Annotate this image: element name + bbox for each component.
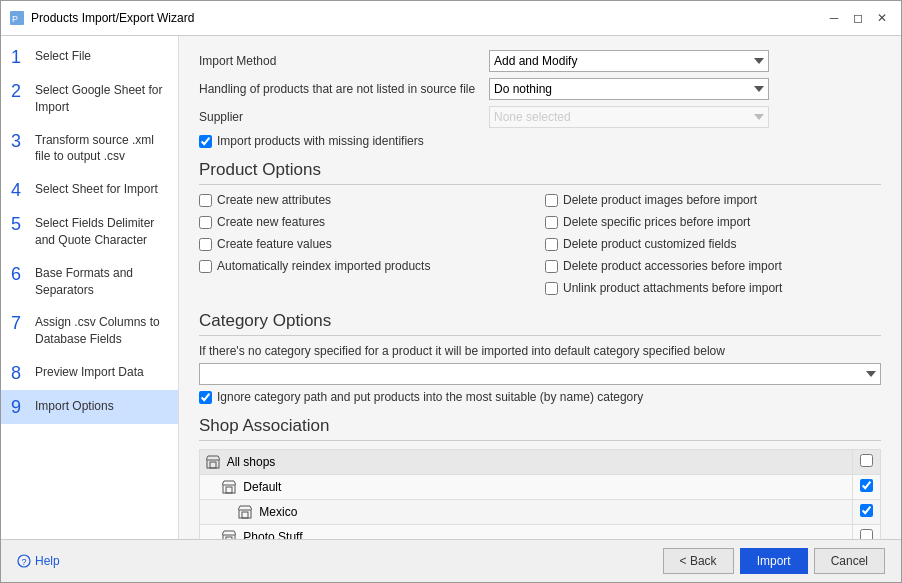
svg-text:P: P [12, 14, 18, 24]
handling-dropdown[interactable]: Do nothing [489, 78, 769, 100]
sidebar-num-8: 8 [11, 364, 27, 382]
supplier-row: Supplier None selected [199, 106, 881, 128]
svg-rect-5 [226, 487, 232, 493]
help-label: Help [35, 554, 60, 568]
window-title: Products Import/Export Wizard [31, 11, 194, 25]
shop-default-checkbox-cell [853, 475, 881, 500]
minimize-button[interactable]: ─ [823, 7, 845, 29]
ignore-category-label: Ignore category path and put products in… [217, 390, 643, 404]
import-missing-row: Import products with missing identifiers [199, 134, 881, 148]
shop-photo-stuff-checkbox-cell [853, 525, 881, 540]
sidebar-item-google-sheet[interactable]: 2 Select Google Sheet for Import [1, 74, 178, 124]
svg-rect-7 [242, 512, 248, 518]
opt-delete-prices: Delete specific prices before import [545, 215, 881, 229]
import-method-label: Import Method [199, 54, 489, 68]
opt-delete-accessories: Delete product accessories before import [545, 259, 881, 273]
delete-accessories-checkbox[interactable] [545, 260, 558, 273]
sidebar-item-import-options[interactable]: 9 Import Options [1, 390, 178, 424]
import-missing-checkbox[interactable] [199, 135, 212, 148]
handling-control: Do nothing [489, 78, 769, 100]
shop-photo-stuff-name: Photo Stuff [200, 525, 853, 540]
create-attributes-label: Create new attributes [217, 193, 331, 207]
shop-mexico-checkbox-cell [853, 500, 881, 525]
main-window: P Products Import/Export Wizard ─ ◻ ✕ 1 … [0, 0, 902, 583]
ignore-category-checkbox[interactable] [199, 391, 212, 404]
sidebar-item-select-file[interactable]: 1 Select File [1, 40, 178, 74]
category-note: If there's no category specified for a p… [199, 344, 881, 358]
opt-delete-images: Delete product images before import [545, 193, 881, 207]
delete-customized-checkbox[interactable] [545, 238, 558, 251]
sidebar-item-formats[interactable]: 6 Base Formats and Separators [1, 257, 178, 307]
supplier-dropdown[interactable]: None selected [489, 106, 769, 128]
delete-images-checkbox[interactable] [545, 194, 558, 207]
create-attributes-checkbox[interactable] [199, 194, 212, 207]
store-icon-default [222, 480, 236, 494]
sidebar-item-select-sheet[interactable]: 4 Select Sheet for Import [1, 173, 178, 207]
create-feature-values-label: Create feature values [217, 237, 332, 251]
sidebar-num-6: 6 [11, 265, 27, 283]
handling-row: Handling of products that are not listed… [199, 78, 881, 100]
sidebar-label-6: Base Formats and Separators [35, 265, 168, 299]
auto-reindex-checkbox[interactable] [199, 260, 212, 273]
delete-accessories-label: Delete product accessories before import [563, 259, 782, 273]
sidebar-num-9: 9 [11, 398, 27, 416]
import-missing-label: Import products with missing identifiers [217, 134, 424, 148]
sidebar-label-7: Assign .csv Columns to Database Fields [35, 314, 168, 348]
back-button[interactable]: < Back [663, 548, 734, 574]
sidebar-item-preview[interactable]: 8 Preview Import Data [1, 356, 178, 390]
sidebar-label-8: Preview Import Data [35, 364, 144, 381]
shop-default-checkbox[interactable] [860, 479, 873, 492]
product-options-left: Create new attributes Create new feature… [199, 193, 535, 299]
opt-unlink-attachments: Unlink product attachments before import [545, 281, 881, 295]
sidebar-item-transform[interactable]: 3 Transform source .xml file to output .… [1, 124, 178, 174]
maximize-button[interactable]: ◻ [847, 7, 869, 29]
svg-rect-6 [239, 510, 251, 518]
supplier-label: Supplier [199, 110, 489, 124]
create-features-checkbox[interactable] [199, 216, 212, 229]
unlink-attachments-checkbox[interactable] [545, 282, 558, 295]
shop-table: All shops Defaul [199, 449, 881, 539]
footer: ? Help < Back Import Cancel [1, 539, 901, 582]
help-link[interactable]: ? Help [17, 554, 60, 568]
svg-rect-4 [223, 485, 235, 493]
sidebar-label-3: Transform source .xml file to output .cs… [35, 132, 168, 166]
sidebar-label-1: Select File [35, 48, 91, 65]
shop-mexico-checkbox[interactable] [860, 504, 873, 517]
sidebar-label-9: Import Options [35, 398, 114, 415]
shop-all-shops-name: All shops [200, 450, 853, 475]
shop-row-mexico: Mexico [200, 500, 881, 525]
sidebar-num-5: 5 [11, 215, 27, 233]
titlebar-controls: ─ ◻ ✕ [823, 7, 893, 29]
shop-association-title: Shop Association [199, 416, 881, 441]
handling-label: Handling of products that are not listed… [199, 82, 489, 96]
import-method-dropdown[interactable]: Add and Modify [489, 50, 769, 72]
opt-create-features: Create new features [199, 215, 535, 229]
category-options-title: Category Options [199, 311, 881, 336]
svg-rect-2 [207, 460, 219, 468]
supplier-control: None selected [489, 106, 769, 128]
shop-photo-stuff-checkbox[interactable] [860, 529, 873, 539]
sidebar-item-assign-columns[interactable]: 7 Assign .csv Columns to Database Fields [1, 306, 178, 356]
opt-delete-customized: Delete product customized fields [545, 237, 881, 251]
shop-all-shops-checkbox[interactable] [860, 454, 873, 467]
create-feature-values-checkbox[interactable] [199, 238, 212, 251]
sidebar-num-2: 2 [11, 82, 27, 100]
sidebar-item-delimiter[interactable]: 5 Select Fields Delimiter and Quote Char… [1, 207, 178, 257]
import-method-row: Import Method Add and Modify [199, 50, 881, 72]
content-area: 1 Select File 2 Select Google Sheet for … [1, 36, 901, 539]
cancel-button[interactable]: Cancel [814, 548, 885, 574]
close-button[interactable]: ✕ [871, 7, 893, 29]
sidebar-label-2: Select Google Sheet for Import [35, 82, 168, 116]
shop-row-default: Default [200, 475, 881, 500]
sidebar: 1 Select File 2 Select Google Sheet for … [1, 36, 179, 539]
category-default-dropdown[interactable] [199, 363, 881, 385]
shop-all-shops-checkbox-cell [853, 450, 881, 475]
delete-prices-checkbox[interactable] [545, 216, 558, 229]
import-method-control: Add and Modify [489, 50, 769, 72]
delete-customized-label: Delete product customized fields [563, 237, 736, 251]
titlebar-left: P Products Import/Export Wizard [9, 10, 194, 26]
import-button[interactable]: Import [740, 548, 808, 574]
create-features-label: Create new features [217, 215, 325, 229]
sidebar-num-7: 7 [11, 314, 27, 332]
delete-prices-label: Delete specific prices before import [563, 215, 750, 229]
